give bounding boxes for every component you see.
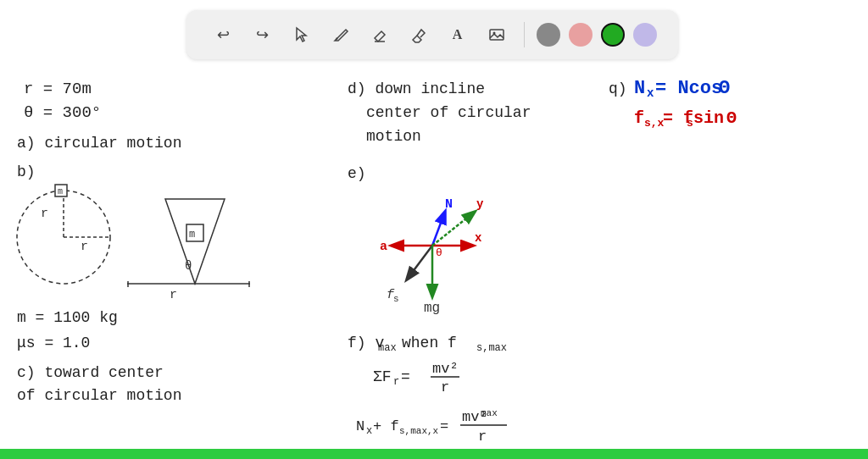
color-gray-button[interactable] [537, 23, 560, 47]
theta-value: θ = 300° [24, 103, 101, 122]
fsx-sin: sin [693, 108, 724, 128]
mass-m-right: m [189, 229, 195, 241]
text-tool-button[interactable]: A [442, 19, 473, 50]
r-value: r = 70m [24, 80, 92, 98]
bottom-bar [0, 449, 868, 459]
highlighter-tool-button[interactable] [403, 19, 434, 50]
y-label-arrow: y [476, 197, 484, 211]
color-green-button[interactable] [601, 23, 625, 47]
nx-eq-sub: x [647, 86, 654, 100]
mass-box-right [186, 224, 203, 241]
nx-eq-rest: = Ncos [655, 78, 722, 99]
sum-Fr-subscript: r [393, 376, 399, 388]
mg-label: mg [424, 301, 440, 316]
fsx-eq: f [634, 108, 644, 128]
r-label-left: r [41, 207, 48, 221]
plus-sign: + f [373, 418, 399, 434]
nx-theta: Θ [719, 78, 730, 99]
r-label-bottom: r [81, 240, 88, 254]
svg-rect-1 [490, 30, 504, 40]
N-arrow [432, 212, 445, 246]
fsx-subscript: s,x [644, 117, 665, 130]
r-label-ground: r [170, 288, 177, 302]
x-label-arrow: x [475, 231, 482, 245]
N-label: N [445, 197, 453, 212]
fs-arrow [407, 246, 432, 279]
nx-eq: N [634, 78, 645, 99]
r-denominator2: r [478, 429, 487, 445]
m-value: m = 1100 kg [17, 309, 118, 326]
nx-label: N [356, 418, 364, 434]
nx-subscript: x [366, 425, 372, 437]
c-label-line1: c) toward center [17, 364, 164, 381]
select-tool-button[interactable] [287, 19, 317, 50]
f-when: when f [402, 335, 457, 351]
triangle-diagram [165, 199, 225, 284]
fsx-theta: Θ [726, 108, 737, 128]
redo-button[interactable]: ↪ [248, 19, 278, 50]
y-axis-arrow [432, 212, 475, 246]
theta-force: θ [436, 246, 442, 259]
c-label-line2: of circular motion [17, 387, 181, 404]
whiteboard-drawing: r = 70m θ = 300° a) circular motion b) m… [0, 68, 868, 449]
mass-box-left [55, 185, 67, 196]
a-label: a) circular motion [17, 135, 181, 152]
sum-F-label: ΣF [373, 368, 392, 385]
fsmaxx-subscript: s,max,x [399, 426, 439, 436]
fs-subscript: s [393, 294, 399, 304]
mv2max-numerator: mv² [462, 409, 488, 425]
mass-m-left: m [58, 187, 63, 196]
fsx-sub2: s [687, 117, 693, 130]
color-lavender-button[interactable] [633, 23, 657, 47]
color-pink-button[interactable] [569, 23, 593, 47]
a-label-arrow: a [380, 240, 387, 254]
undo-button[interactable]: ↩ [209, 19, 239, 50]
sum-F-equals: = [401, 368, 410, 385]
max-superscript: max [481, 408, 498, 418]
theta-triangle: θ [185, 259, 192, 273]
d-label-line2: center of circular [366, 104, 531, 121]
image-tool-button[interactable] [481, 19, 512, 50]
q-label: q) [609, 80, 627, 97]
divider [524, 22, 525, 47]
fsx-eq-rest: = f [663, 108, 693, 128]
d-label-line1: d) down incline [348, 80, 485, 97]
toolbar: ↩ ↪ A [186, 10, 678, 59]
equals-sign: = [440, 418, 448, 434]
r-denominator: r [441, 379, 449, 395]
fs-label: f [387, 288, 395, 302]
e-label: e) [348, 165, 366, 182]
d-label-line3: motion [366, 128, 421, 145]
pen-tool-button[interactable] [326, 19, 356, 50]
f-label: f) v [348, 335, 384, 351]
b-label: b) [17, 163, 36, 180]
circle-diagram [17, 191, 110, 284]
vmax-subscript: max [378, 342, 397, 354]
fsmax-subscript: s,max [476, 342, 507, 354]
eraser-tool-button[interactable] [364, 19, 395, 50]
mu-value: μs = 1.0 [17, 335, 90, 351]
mv2-numerator: mv² [432, 361, 459, 377]
